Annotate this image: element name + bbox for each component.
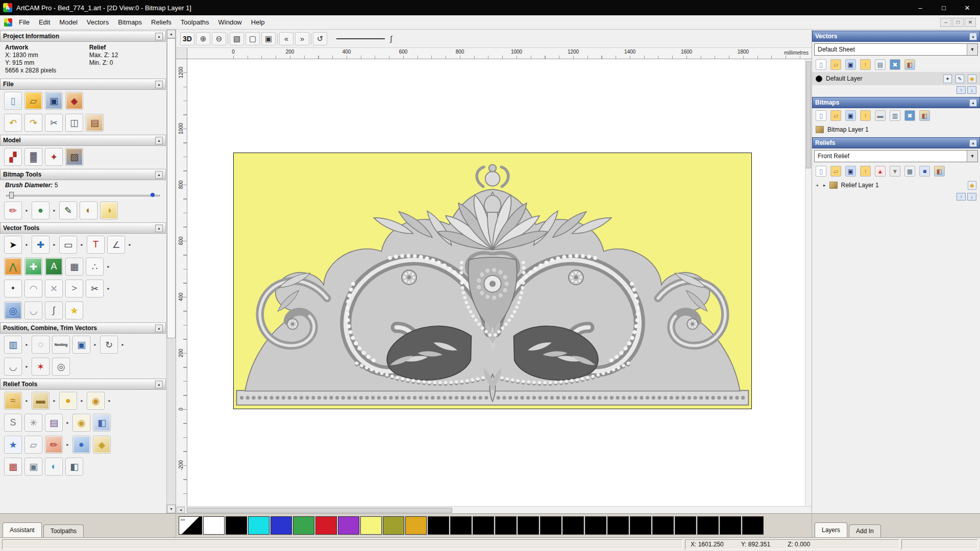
redo-icon[interactable]: ↷	[24, 114, 42, 132]
chevron-down-icon[interactable]: ▼	[967, 44, 977, 55]
move-layer-up-icon[interactable]: ↑	[957, 86, 966, 94]
bitmaps-section-header[interactable]: Bitmaps ▲	[812, 97, 980, 108]
menu-bitmaps[interactable]: Bitmaps	[113, 16, 146, 29]
menu-model[interactable]: Model	[55, 16, 82, 29]
constant-height-icon[interactable]: ◧	[93, 414, 111, 432]
color-swatch[interactable]	[518, 516, 539, 535]
color-swatch[interactable]	[697, 516, 719, 535]
new-vector-layer-icon[interactable]: ▯	[816, 59, 826, 70]
mdi-close-button[interactable]: ✕	[965, 18, 976, 27]
duplicate-relief-layer-icon[interactable]: ◧	[934, 166, 945, 177]
ring-copy-icon[interactable]: ◎	[52, 358, 70, 375]
menu-file[interactable]: File	[14, 16, 34, 29]
section-header-position-combine-trim[interactable]: Position, Combine, Trim Vectors ▲	[0, 322, 166, 334]
new-model-icon[interactable]: ▯	[4, 92, 22, 110]
tab-assistant[interactable]: Assistant	[3, 522, 42, 537]
section-header-file[interactable]: File ▲	[0, 79, 166, 90]
snap-grid-icon[interactable]: ▦	[65, 258, 83, 276]
isolate-relief-icon[interactable]: ▣	[24, 458, 42, 475]
array-points-flyout-icon[interactable]: ▸	[106, 258, 111, 276]
zoom-in-icon[interactable]: ⊕	[196, 32, 210, 45]
color-swatch[interactable]	[383, 516, 404, 535]
create-star-icon[interactable]: ★	[65, 302, 83, 319]
drawing-canvas[interactable]	[187, 59, 812, 506]
weld-vectors-icon[interactable]: ✶	[32, 358, 50, 375]
zoom-window-icon[interactable]: ▧	[230, 32, 244, 45]
view-3d-button[interactable]: 3D	[180, 32, 194, 45]
node-editing-icon[interactable]: ✚	[24, 258, 42, 276]
select-vectors-icon[interactable]: ➤	[4, 236, 22, 254]
create-text-icon[interactable]: T	[87, 236, 105, 254]
import-bitmap-icon[interactable]: ↑	[860, 110, 871, 121]
menu-vectors[interactable]: Vectors	[82, 16, 113, 29]
load-image-icon[interactable]: ▨	[65, 148, 83, 166]
bezier-editing-icon[interactable]: ✕	[45, 280, 63, 297]
save-vector-layer-icon[interactable]: ▣	[845, 59, 856, 70]
layer-colour-icon[interactable]	[816, 76, 822, 82]
open-model-icon[interactable]: ▱	[24, 92, 42, 110]
zoom-objects-icon[interactable]: ▣	[261, 32, 276, 45]
collapse-icon[interactable]: ▲	[155, 324, 163, 332]
color-swatch[interactable]	[405, 516, 427, 535]
color-swatch[interactable]	[675, 516, 696, 535]
horizontal-scroll-thumb[interactable]	[187, 508, 452, 513]
nesting-icon[interactable]: Nesting	[52, 336, 70, 354]
collapse-icon[interactable]: ▲	[155, 33, 163, 40]
merge-low-icon[interactable]: ■	[919, 166, 930, 177]
snap-layer-icon[interactable]: ✦	[943, 74, 952, 83]
color-swatch[interactable]	[428, 516, 449, 535]
color-swatch[interactable]	[293, 516, 314, 535]
section-header-project-information[interactable]: Project Information ▲	[0, 31, 166, 42]
paint-selective-icon[interactable]: ●	[32, 202, 50, 219]
copy-rotate-icon[interactable]: ↻	[100, 336, 118, 354]
add-clay-icon[interactable]: ●	[59, 392, 77, 410]
layer-visibility-icon[interactable]: ◉	[968, 74, 976, 83]
add-clay-flyout-icon[interactable]: ▸	[80, 392, 84, 410]
toolbar-separator-3[interactable]	[311, 33, 311, 44]
create-polyline-icon[interactable]: ⋀	[4, 258, 22, 276]
color-swatch[interactable]	[473, 516, 494, 535]
toolbar-separator-2[interactable]	[277, 33, 278, 44]
mirror-relief-icon[interactable]: ◧	[65, 458, 83, 475]
save-relief-layer-icon[interactable]: ▣	[845, 166, 856, 177]
paint-flyout-icon[interactable]: ▸	[24, 202, 29, 219]
tab-add-in[interactable]: Add In	[849, 524, 881, 537]
line-width-control[interactable]: ∫	[336, 34, 392, 43]
array-points-icon[interactable]: ∴	[86, 258, 104, 276]
save-bitmap-layer-icon[interactable]: ▣	[845, 110, 856, 121]
menu-reliefs[interactable]: Reliefs	[146, 16, 176, 29]
reliefs-section-header[interactable]: Reliefs ▲	[812, 137, 980, 148]
fit-arc-icon[interactable]: ◡	[4, 358, 22, 375]
brush-diameter-slider[interactable]	[6, 192, 160, 198]
color-swatch[interactable]	[360, 516, 382, 535]
delete-bitmap-layer-icon[interactable]: ✖	[904, 110, 915, 121]
color-swatch[interactable]	[630, 516, 651, 535]
measure-icon[interactable]: ∠	[107, 236, 125, 254]
open-relief-layer-icon[interactable]: ▱	[830, 166, 841, 177]
canvas-horizontal-scrollbar[interactable]: ◂	[176, 506, 812, 513]
cut-icon[interactable]: ✂	[45, 114, 63, 132]
tab-layers[interactable]: Layers	[815, 522, 847, 537]
chevron-down-icon[interactable]: ▼	[967, 151, 977, 162]
collapse-icon[interactable]: ▲	[155, 171, 163, 179]
new-relief-layer-icon[interactable]: ▯	[816, 166, 826, 177]
collapse-icon[interactable]: ▲	[969, 139, 977, 147]
open-bitmap-layer-icon[interactable]: ▱	[830, 110, 841, 121]
block-paste-flyout-icon[interactable]: ▸	[24, 336, 29, 354]
color-swatch[interactable]	[540, 516, 561, 535]
collapse-icon[interactable]: ▲	[969, 99, 977, 107]
star-wizard-icon[interactable]: ★	[4, 436, 22, 454]
rectangle-flyout-icon[interactable]: ▸	[80, 236, 84, 254]
color-swatch[interactable]	[226, 516, 247, 535]
canvas-vertical-scrollbar[interactable]	[805, 59, 812, 506]
subtract-relief-layer-icon[interactable]: ▼	[890, 166, 900, 177]
bitmap-layer-prev-icon[interactable]: «	[279, 32, 293, 45]
color-swatch[interactable]	[562, 516, 584, 535]
expand-layer-icon[interactable]: ▸	[823, 183, 826, 188]
move-layer-down-icon[interactable]: ↓	[967, 86, 976, 94]
scrollbar-thumb[interactable]	[167, 38, 176, 338]
maximize-button[interactable]: □	[934, 2, 953, 14]
add-relief-layer-icon[interactable]: ▲	[875, 166, 886, 177]
scroll-left-icon[interactable]: ◂	[177, 507, 185, 513]
trim-flyout-icon[interactable]: ▸	[106, 280, 111, 297]
